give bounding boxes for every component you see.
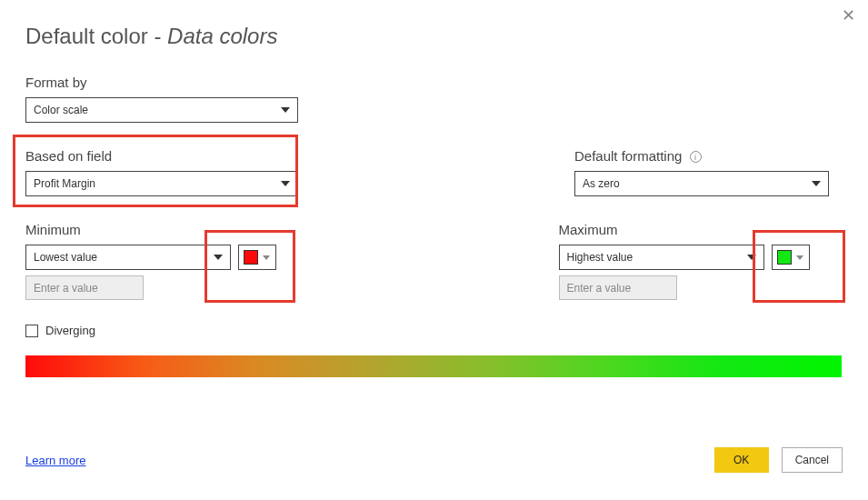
title-italic: Data colors: [167, 24, 277, 48]
chevron-down-icon: [281, 107, 290, 113]
based-on-field-value: Profit Margin: [34, 177, 95, 190]
maximum-select-value: Highest value: [567, 251, 634, 264]
color-scale-dialog: ✕ Default color - Data colors Format by …: [0, 0, 868, 500]
minimum-color-picker[interactable]: [238, 245, 276, 270]
maximum-placeholder: Enter a value: [567, 282, 632, 295]
cancel-button[interactable]: Cancel: [782, 447, 843, 473]
minimum-value-input[interactable]: Enter a value: [25, 275, 144, 300]
chevron-down-icon: [214, 255, 223, 260]
chevron-down-icon: [747, 255, 756, 260]
maximum-label: Maximum: [559, 222, 843, 237]
minimum-select[interactable]: Lowest value: [25, 245, 231, 270]
chevron-down-icon: [796, 255, 803, 260]
close-icon[interactable]: ✕: [842, 5, 855, 25]
default-formatting-select[interactable]: As zero: [574, 171, 829, 196]
learn-more-link[interactable]: Learn more: [25, 454, 85, 467]
chevron-down-icon: [812, 181, 821, 186]
default-formatting-value: As zero: [583, 177, 620, 190]
chevron-down-icon: [263, 255, 270, 260]
format-by-label: Format by: [25, 75, 298, 90]
based-on-field-label: Based on field: [25, 148, 298, 164]
format-by-select[interactable]: Color scale: [25, 97, 298, 123]
info-icon[interactable]: i: [690, 151, 702, 163]
based-on-field-select[interactable]: Profit Margin: [25, 171, 298, 196]
ok-button[interactable]: OK: [714, 447, 769, 473]
maximum-color-picker[interactable]: [772, 245, 810, 270]
minimum-color-swatch: [244, 250, 258, 265]
maximum-select[interactable]: Highest value: [559, 245, 764, 270]
chevron-down-icon: [281, 181, 290, 186]
minimum-label: Minimum: [25, 222, 310, 237]
diverging-label: Diverging: [45, 324, 95, 337]
minimum-select-value: Lowest value: [34, 251, 97, 264]
gradient-preview: [25, 355, 842, 377]
maximum-value-input[interactable]: Enter a value: [559, 275, 677, 300]
format-by-value: Color scale: [34, 104, 88, 116]
diverging-checkbox[interactable]: [25, 325, 38, 337]
maximum-color-swatch: [777, 250, 792, 265]
dialog-title: Default color - Data colors: [25, 0, 843, 49]
default-formatting-label: Default formatting i: [574, 148, 829, 164]
minimum-placeholder: Enter a value: [34, 282, 98, 295]
title-prefix: Default color -: [25, 24, 167, 48]
